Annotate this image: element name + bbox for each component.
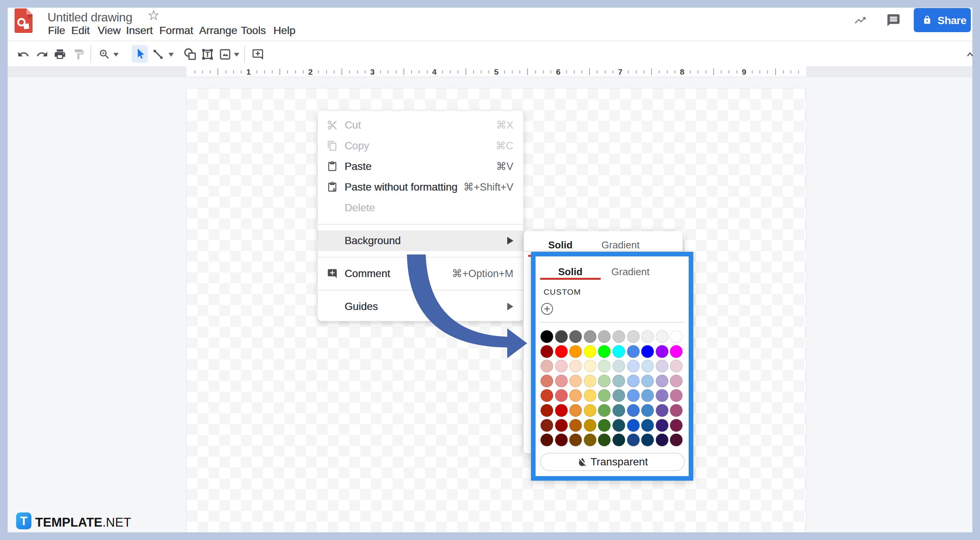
svg-text:A: A	[332, 187, 336, 193]
svg-text:T: T	[205, 50, 210, 59]
